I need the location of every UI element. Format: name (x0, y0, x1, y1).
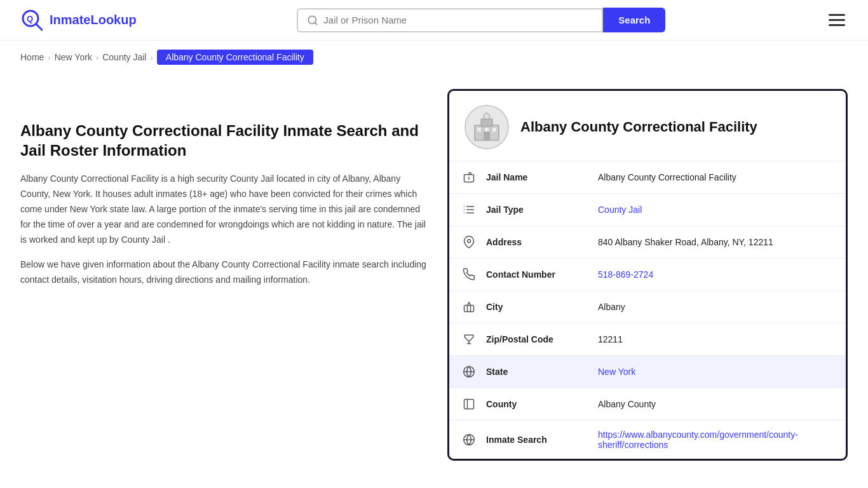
address-row: Address 840 Albany Shaker Road, Albany, … (449, 226, 846, 259)
inmate-search-icon (462, 433, 476, 447)
right-panel: Albany County Correctional Facility Jail… (447, 89, 848, 461)
svg-rect-8 (484, 132, 490, 140)
state-icon (462, 365, 476, 379)
svg-line-4 (315, 22, 317, 24)
left-panel: Albany County Correctional Facility Inma… (20, 89, 427, 461)
jail-type-value: County Jail (598, 205, 833, 215)
svg-line-1 (36, 24, 42, 30)
city-row: City Albany (449, 291, 846, 323)
hamburger-line-1 (829, 14, 845, 16)
facility-name: Albany County Correctional Facility (520, 119, 757, 135)
zip-row: Zip/Postal Code 12211 (449, 323, 846, 356)
logo-link[interactable]: Q InmateLookup (20, 8, 137, 32)
svg-rect-6 (481, 119, 492, 126)
svg-rect-10 (492, 128, 496, 132)
county-icon (462, 397, 476, 411)
search-input-wrapper (297, 8, 603, 32)
phone-icon (462, 268, 476, 281)
logo-text: InmateLookup (50, 13, 137, 27)
facility-card-header: Albany County Correctional Facility (449, 91, 846, 161)
inmate-search-link[interactable]: https://www.albanycounty.com/government/… (598, 430, 798, 450)
site-header: Q InmateLookup Search (0, 0, 868, 41)
svg-point-20 (468, 240, 471, 243)
state-link[interactable]: New York (598, 367, 635, 377)
facility-building-icon (470, 110, 504, 144)
jail-icon (462, 170, 476, 184)
jail-name-row: Jail Name Albany County Correctional Fac… (449, 161, 846, 194)
contact-label: Contact Number (486, 269, 588, 280)
hamburger-line-2 (829, 19, 845, 21)
breadcrumb-sep-1: › (48, 53, 50, 62)
county-row: County Albany County (449, 388, 846, 421)
svg-point-7 (484, 113, 490, 119)
inmate-search-row: Inmate Search https://www.albanycounty.c… (449, 421, 846, 459)
jail-type-row: Jail Type County Jail (449, 194, 846, 226)
zip-value: 12211 (598, 334, 833, 344)
jail-name-value: Albany County Correctional Facility (598, 172, 833, 182)
breadcrumb-home[interactable]: Home (20, 52, 44, 62)
jail-type-link[interactable]: County Jail (598, 205, 642, 215)
address-value: 840 Albany Shaker Road, Albany, NY, 1221… (598, 237, 833, 247)
list-icon (462, 203, 476, 217)
menu-button[interactable] (826, 11, 848, 29)
facility-image (465, 105, 509, 149)
breadcrumb-new-york[interactable]: New York (55, 52, 92, 62)
hamburger-line-3 (829, 24, 845, 26)
logo-icon: Q (20, 8, 44, 32)
state-row: State New York (449, 356, 846, 388)
svg-rect-11 (485, 128, 489, 132)
search-bar: Search (297, 8, 665, 32)
svg-text:Q: Q (27, 14, 33, 24)
jail-type-label: Jail Type (486, 205, 588, 215)
page-title: Albany County Correctional Facility Inma… (20, 121, 427, 160)
main-content: Albany County Correctional Facility Inma… (0, 74, 868, 486)
state-value: New York (598, 367, 833, 377)
address-label: Address (486, 237, 588, 247)
search-input[interactable] (323, 15, 593, 25)
facility-info-table: Jail Name Albany County Correctional Fac… (449, 161, 846, 459)
contact-link[interactable]: 518-869-2724 (598, 269, 653, 280)
search-icon (307, 15, 318, 26)
facility-card: Albany County Correctional Facility Jail… (447, 89, 848, 461)
breadcrumb-sep-2: › (96, 53, 98, 62)
contact-value: 518-869-2724 (598, 269, 833, 280)
page-desc-2: Below we have given information about th… (20, 257, 427, 288)
inmate-search-label: Inmate Search (486, 435, 588, 445)
location-icon (462, 235, 476, 249)
breadcrumb-active: Albany County Correctional Facility (157, 50, 313, 65)
zip-label: Zip/Postal Code (486, 334, 588, 344)
jail-name-label: Jail Name (486, 172, 588, 182)
county-value: Albany County (598, 399, 833, 409)
breadcrumb: Home › New York › County Jail › Albany C… (0, 41, 868, 74)
city-icon (462, 300, 476, 314)
svg-rect-26 (465, 400, 474, 409)
contact-row: Contact Number 518-869-2724 (449, 259, 846, 291)
city-value: Albany (598, 302, 833, 312)
breadcrumb-county-jail[interactable]: County Jail (102, 52, 146, 62)
svg-rect-21 (465, 306, 474, 312)
page-desc-1: Albany County Correctional Facility is a… (20, 172, 427, 247)
city-label: City (486, 302, 588, 312)
svg-rect-9 (477, 128, 481, 132)
search-button[interactable]: Search (603, 8, 665, 32)
county-label: County (486, 399, 588, 409)
zip-icon (462, 332, 476, 346)
inmate-search-value: https://www.albanycounty.com/government/… (598, 430, 833, 450)
state-label: State (486, 367, 588, 377)
breadcrumb-sep-3: › (150, 53, 153, 62)
